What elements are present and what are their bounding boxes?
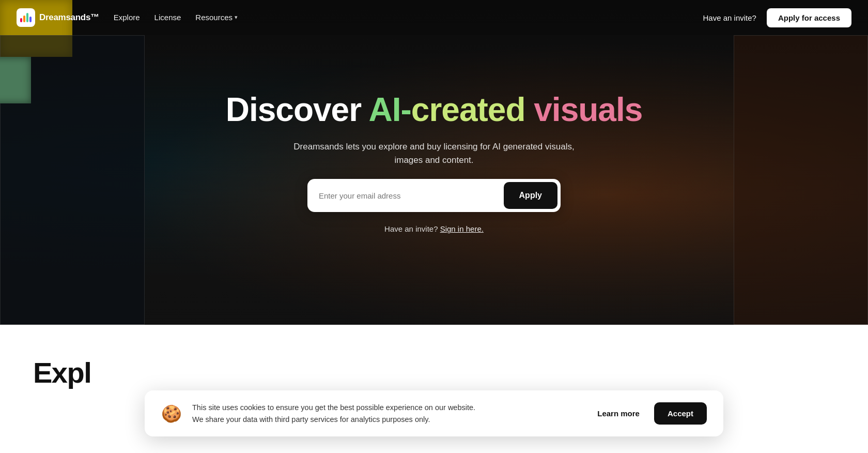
learn-more-button[interactable]: Learn more	[593, 409, 644, 418]
hero-title: Discover AI-created visuals	[226, 92, 643, 128]
scene-panel-right	[734, 35, 868, 325]
brand-name: Dreamsands™	[39, 12, 99, 23]
explore-link[interactable]: Explore	[114, 13, 140, 22]
nav-right: Have an invite? Apply for access	[703, 8, 851, 27]
title-visuals: visuals	[534, 91, 642, 128]
bar-4	[29, 17, 32, 22]
hero-apply-button[interactable]: Apply	[504, 182, 557, 209]
nav-invite-text: Have an invite?	[703, 13, 756, 22]
logo-link[interactable]: Dreamsands™	[17, 8, 99, 27]
email-input[interactable]	[307, 179, 501, 212]
title-ai: AI-	[368, 91, 411, 128]
cookie-line2: We share your data with third party serv…	[192, 415, 430, 424]
explore-title: Expl	[33, 356, 835, 389]
hero-invite-line: Have an invite? Sign in here.	[384, 224, 484, 233]
nav-item-license[interactable]: License	[154, 13, 181, 22]
cookie-line1: This site uses cookies to ensure you get…	[192, 403, 475, 412]
logo-icon	[17, 8, 35, 27]
accept-button[interactable]: Accept	[654, 402, 707, 425]
cookie-icon: 🍪	[161, 404, 182, 424]
license-link[interactable]: License	[154, 13, 181, 22]
title-created: created	[411, 91, 525, 128]
monitor-green	[0, 57, 31, 103]
nav-item-explore[interactable]: Explore	[114, 13, 140, 22]
hero-content: Discover AI-created visuals Dreamsands l…	[226, 92, 643, 233]
resources-link[interactable]: Resources ▾	[195, 13, 238, 22]
bar-2	[23, 16, 25, 22]
navbar: Dreamsands™ Explore License Resources ▾ …	[0, 0, 868, 35]
hero-section: Discover AI-created visuals Dreamsands l…	[0, 0, 868, 325]
apply-for-access-button[interactable]: Apply for access	[767, 8, 851, 27]
hero-subtitle: Dreamsands lets you explore and buy lice…	[289, 140, 579, 167]
bar-3	[26, 13, 28, 22]
nav-item-resources[interactable]: Resources ▾	[195, 13, 238, 22]
cookie-text-block: This site uses cookies to ensure you get…	[192, 402, 583, 425]
title-space	[525, 91, 534, 128]
hero-form: Apply	[307, 179, 561, 212]
cookie-banner: 🍪 This site uses cookies to ensure you g…	[145, 390, 723, 436]
title-prefix: Discover	[226, 91, 369, 128]
chevron-down-icon: ▾	[235, 14, 238, 21]
nav-links: Explore License Resources ▾	[114, 13, 238, 22]
signin-link[interactable]: Sign in here.	[440, 224, 484, 233]
logo-bars-graphic	[20, 13, 32, 22]
invite-prompt: Have an invite?	[384, 224, 438, 233]
bar-1	[20, 18, 22, 22]
